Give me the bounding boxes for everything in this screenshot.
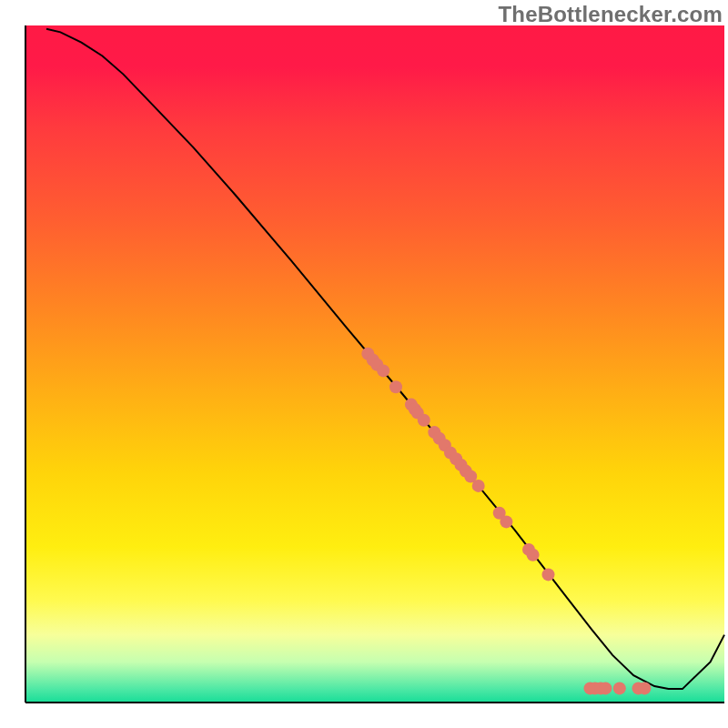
data-point (377, 364, 389, 377)
data-point (638, 682, 651, 694)
site-watermark: TheBottlenecker.com (498, 2, 723, 27)
data-point (613, 682, 626, 694)
chart-container: TheBottlenecker.com (0, 0, 728, 728)
data-point (542, 568, 555, 581)
data-point (500, 515, 512, 528)
data-point (389, 380, 402, 393)
bottleneck-chart (0, 0, 728, 728)
data-point (599, 682, 612, 694)
data-point (472, 480, 485, 492)
data-point (527, 549, 540, 561)
data-point (418, 414, 430, 427)
